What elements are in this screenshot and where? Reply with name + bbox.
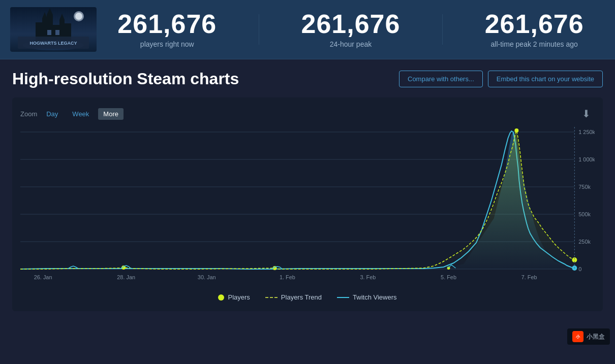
game-thumbnail: HOGWARTS LEGACY xyxy=(10,7,97,52)
header-banner: HOGWARTS LEGACY 261,676 players right no… xyxy=(0,0,615,59)
svg-text:500k: 500k xyxy=(578,211,591,217)
chart-legend: Players Players Trend Twitch Viewers xyxy=(20,293,595,303)
svg-text:30. Jan: 30. Jan xyxy=(198,274,216,280)
legend-players-trend: Players Trend xyxy=(265,293,322,301)
compare-button[interactable]: Compare with others... xyxy=(399,71,483,87)
stat-players-now: 261,676 players right now xyxy=(117,11,217,48)
download-button[interactable]: ⬇ xyxy=(578,106,595,122)
stat-players-now-label: players right now xyxy=(117,40,217,48)
page-header: High-resolution Steam charts Compare wit… xyxy=(12,70,603,88)
svg-rect-11 xyxy=(55,30,59,35)
stat-alltime-peak-label: all-time peak 2 minutes ago xyxy=(485,40,584,48)
main-content: High-resolution Steam charts Compare wit… xyxy=(0,59,615,311)
stat-24h-peak-label: 24-hour peak xyxy=(301,40,400,48)
legend-players: Players xyxy=(218,293,250,301)
legend-twitch-line xyxy=(337,297,349,298)
legend-players-trend-dash xyxy=(265,297,278,298)
chart-area: 1 250k 1 000k 750k 500k 250k 0 26. Jan 2… xyxy=(20,127,595,289)
stat-24h-peak-value: 261,676 xyxy=(301,11,400,37)
svg-text:1 000k: 1 000k xyxy=(578,156,595,162)
stat-alltime-peak-value: 261,676 xyxy=(485,11,584,37)
svg-rect-10 xyxy=(47,30,51,35)
stat-divider-2 xyxy=(442,14,443,45)
svg-rect-6 xyxy=(47,15,53,27)
stat-24h-peak: 261,676 24-hour peak xyxy=(301,11,400,48)
svg-text:1. Feb: 1. Feb xyxy=(280,274,295,280)
header-buttons: Compare with others... Embed this chart … xyxy=(399,71,603,87)
svg-point-13 xyxy=(75,13,82,20)
legend-players-trend-label: Players Trend xyxy=(281,293,322,301)
svg-text:5. Feb: 5. Feb xyxy=(441,274,456,280)
legend-twitch: Twitch Viewers xyxy=(337,293,396,301)
watermark-text: 小黑盒 xyxy=(587,333,605,341)
watermark: 小 小黑盒 xyxy=(567,328,610,345)
stat-alltime-peak: 261,676 all-time peak 2 minutes ago xyxy=(485,11,584,48)
page-title: High-resolution Steam charts xyxy=(12,70,239,88)
svg-text:HOGWARTS LEGACY: HOGWARTS LEGACY xyxy=(29,41,77,46)
svg-text:26. Jan: 26. Jan xyxy=(34,274,52,280)
zoom-day-button[interactable]: Day xyxy=(41,108,63,120)
svg-text:250k: 250k xyxy=(578,239,591,245)
watermark-icon: 小 xyxy=(572,331,583,342)
chart-controls: Zoom Day Week More ⬇ xyxy=(20,106,595,122)
svg-point-39 xyxy=(514,128,518,133)
legend-players-dot xyxy=(218,294,224,301)
embed-button[interactable]: Embed this chart on your website xyxy=(488,71,603,87)
chart-section: Zoom Day Week More ⬇ xyxy=(12,97,603,311)
legend-players-label: Players xyxy=(228,293,250,301)
svg-rect-5 xyxy=(59,20,65,30)
zoom-week-button[interactable]: Week xyxy=(67,108,94,120)
svg-text:750k: 750k xyxy=(578,184,591,190)
svg-text:0: 0 xyxy=(578,266,581,272)
svg-text:28. Jan: 28. Jan xyxy=(117,274,135,280)
svg-rect-4 xyxy=(42,18,47,28)
svg-text:7. Feb: 7. Feb xyxy=(521,274,537,280)
stat-divider-1 xyxy=(259,14,259,45)
stats-container: 261,676 players right now 261,676 24-hou… xyxy=(97,11,605,48)
svg-text:1 250k: 1 250k xyxy=(578,129,595,135)
zoom-label: Zoom xyxy=(20,110,37,118)
zoom-controls: Zoom Day Week More xyxy=(20,108,124,120)
zoom-more-button[interactable]: More xyxy=(98,108,124,120)
svg-text:3. Feb: 3. Feb xyxy=(360,274,376,280)
stat-players-now-value: 261,676 xyxy=(117,11,217,37)
legend-twitch-label: Twitch Viewers xyxy=(353,293,396,301)
